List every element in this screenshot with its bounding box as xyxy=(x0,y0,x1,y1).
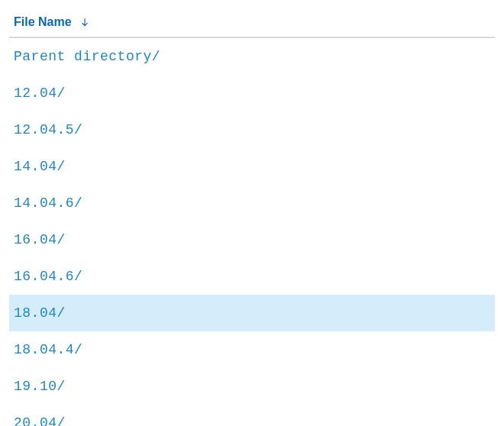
sort-arrow-down-icon xyxy=(79,17,90,27)
directory-link[interactable]: 14.04.6/ xyxy=(14,195,82,211)
table-row: 20.04/ xyxy=(9,405,495,426)
column-header-label: File Name xyxy=(14,15,72,29)
directory-link[interactable]: 20.04/ xyxy=(14,415,66,426)
directory-link[interactable]: 19.10/ xyxy=(14,379,66,394)
directory-link[interactable]: 12.04/ xyxy=(14,86,66,101)
table-row: 16.04.6/ xyxy=(9,258,495,295)
directory-link[interactable]: 16.04/ xyxy=(14,232,66,247)
table-row: 18.04/ xyxy=(9,295,495,331)
directory-link[interactable]: 14.04/ xyxy=(14,159,66,174)
table-row: 16.04/ xyxy=(9,221,495,258)
table-row: 14.04/ xyxy=(9,148,495,185)
directory-link[interactable]: 16.04.6/ xyxy=(14,269,82,284)
table-row: 18.04.4/ xyxy=(9,331,495,368)
table-row: Parent directory/ xyxy=(9,38,495,75)
directory-link[interactable]: Parent directory/ xyxy=(14,49,160,64)
table-row: 14.04.6/ xyxy=(9,185,495,221)
directory-link[interactable]: 18.04.4/ xyxy=(14,342,82,357)
directory-listing-table: File Name Parent directory/12.04/12.04.5… xyxy=(9,9,495,426)
table-row: 19.10/ xyxy=(9,368,495,405)
directory-link[interactable]: 18.04/ xyxy=(14,305,66,321)
directory-rows: Parent directory/12.04/12.04.5/14.04/14.… xyxy=(9,38,495,426)
column-header-filename[interactable]: File Name xyxy=(9,9,495,38)
directory-link[interactable]: 12.04.5/ xyxy=(14,122,82,137)
table-row: 12.04.5/ xyxy=(9,111,495,148)
table-row: 12.04/ xyxy=(9,75,495,111)
